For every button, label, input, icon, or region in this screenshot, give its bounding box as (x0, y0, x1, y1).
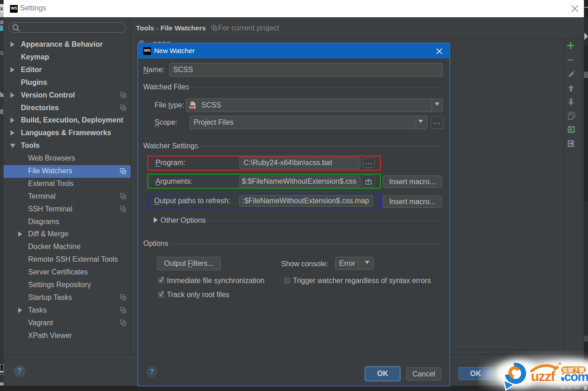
svg-text:uzzf: uzzf (531, 369, 556, 384)
svg-text:东坡下载: 东坡下载 (562, 367, 585, 373)
svg-text:SASS: SASS (189, 106, 195, 109)
